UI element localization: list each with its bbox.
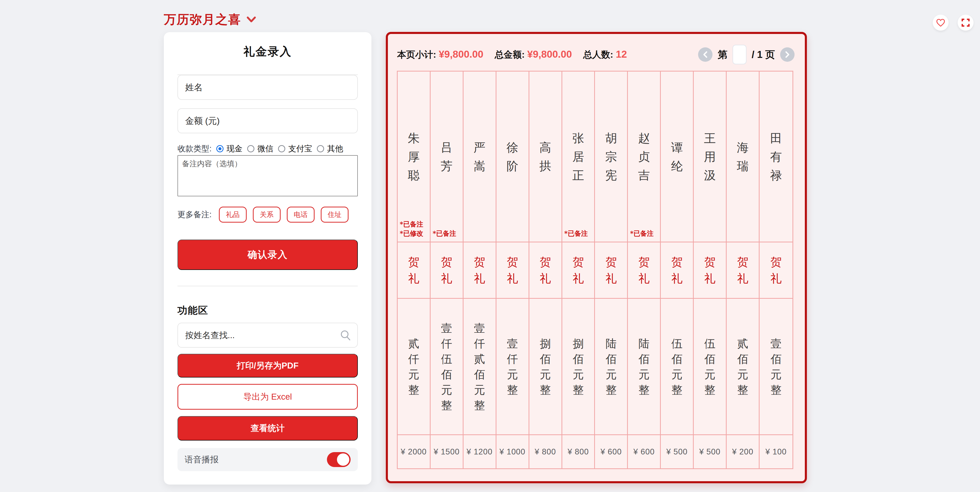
amount-numeric: ¥ 600 xyxy=(633,447,655,457)
gift-word: 贺 礼 xyxy=(704,254,716,287)
amount-capital: 捌 佰 元 整 xyxy=(573,336,584,398)
search-icon xyxy=(340,330,351,341)
gift-word: 贺 礼 xyxy=(474,254,485,287)
amount-numeric-cell: ¥ 1000 xyxy=(496,435,528,468)
favorite-button[interactable] xyxy=(933,15,949,30)
guest-name: 徐 阶 xyxy=(506,138,518,175)
page-subtotal-value: ¥9,800.00 xyxy=(439,49,484,60)
radio-cash[interactable]: 现金 xyxy=(216,143,243,154)
gift-word-cell: 贺 礼 xyxy=(727,242,759,299)
amount-capital-cell: 捌 佰 元 整 xyxy=(529,299,562,435)
amount-input[interactable] xyxy=(178,108,358,133)
ledger-panel: 本页小计: ¥9,800.00 总金额: ¥9,800.00 总人数: 12 第 xyxy=(386,32,807,483)
guest-name-cell[interactable]: 徐 阶 xyxy=(496,72,528,242)
ledger-column: 赵 贞 吉 *已备注 贺 礼 陆 佰 元 整 ¥ 600 xyxy=(628,72,661,468)
page-subtotal-stat: 本页小计: ¥9,800.00 xyxy=(397,49,483,61)
amount-numeric: ¥ 1000 xyxy=(500,447,525,457)
gift-word: 贺 礼 xyxy=(638,254,650,287)
confirm-submit-button[interactable]: 确认录入 xyxy=(178,240,358,270)
page-number-input[interactable] xyxy=(733,45,746,64)
name-input[interactable] xyxy=(178,75,358,100)
entry-tags: *已备注 *已修改 xyxy=(400,220,423,238)
search-input[interactable] xyxy=(178,323,358,348)
guest-name-cell[interactable]: 吕 芳 *已备注 xyxy=(431,72,463,242)
gift-word-cell: 贺 礼 xyxy=(496,242,528,299)
ledger-column: 高 拱 贺 礼 捌 佰 元 整 ¥ 800 xyxy=(529,72,562,468)
guest-count-value: 12 xyxy=(616,49,627,60)
gift-word: 贺 礼 xyxy=(507,254,518,287)
view-stats-button[interactable]: 查看统计 xyxy=(178,416,358,441)
export-excel-button[interactable]: 导出为 Excel xyxy=(178,384,358,410)
guest-name: 王 用 汲 xyxy=(704,129,716,185)
gift-word: 贺 礼 xyxy=(539,254,551,287)
guest-name-cell[interactable]: 王 用 汲 xyxy=(694,72,726,242)
gift-word-cell: 贺 礼 xyxy=(398,242,430,299)
ledger-header: 本页小计: ¥9,800.00 总金额: ¥9,800.00 总人数: 12 第 xyxy=(397,44,795,65)
radio-alipay[interactable]: 支付宝 xyxy=(278,143,312,154)
voice-broadcast-row: 语音播报 xyxy=(178,448,358,471)
fullscreen-icon xyxy=(961,18,970,27)
amount-numeric: ¥ 500 xyxy=(666,447,687,457)
amount-numeric-cell: ¥ 600 xyxy=(595,435,627,468)
guest-name-cell[interactable]: 赵 贞 吉 *已备注 xyxy=(628,72,660,242)
page-subtotal-label: 本页小计: xyxy=(397,49,436,61)
amount-capital: 壹 佰 元 整 xyxy=(771,336,782,398)
search-box xyxy=(178,323,358,348)
gift-word-cell: 贺 礼 xyxy=(431,242,463,299)
guest-name-cell[interactable]: 高 拱 xyxy=(529,72,562,242)
amount-numeric: ¥ 1500 xyxy=(434,447,460,457)
amount-capital: 贰 佰 元 整 xyxy=(737,336,748,398)
amount-capital-cell: 陆 佰 元 整 xyxy=(595,299,627,435)
guest-name: 海 瑞 xyxy=(737,138,749,175)
ledger-table: 朱 厚 聪 *已备注 *已修改 贺 礼 贰 仟 元 整 ¥ 2000 吕 芳 *… xyxy=(397,71,793,469)
guest-name-cell[interactable]: 田 有 禄 xyxy=(760,72,792,242)
tools-section-title: 功能区 xyxy=(178,304,208,317)
divider xyxy=(178,286,358,287)
guest-name: 赵 贞 吉 xyxy=(638,129,650,185)
gift-word-cell: 贺 礼 xyxy=(529,242,562,299)
radio-wechat-label: 微信 xyxy=(258,143,274,154)
guest-name-cell[interactable]: 张 居 正 *已备注 xyxy=(562,72,595,242)
fullscreen-button[interactable] xyxy=(958,15,974,30)
page-prefix: 第 xyxy=(718,48,727,61)
guest-name-cell[interactable]: 朱 厚 聪 *已备注 *已修改 xyxy=(398,72,430,242)
event-title-dropdown[interactable]: 万历弥月之喜 xyxy=(164,11,256,28)
next-page-button[interactable] xyxy=(780,47,795,62)
chip-phone[interactable]: 电话 xyxy=(287,207,315,223)
amount-capital-cell: 捌 佰 元 整 xyxy=(562,299,595,435)
total-amount-stat: 总金额: ¥9,800.00 xyxy=(495,49,572,61)
voice-toggle[interactable] xyxy=(327,452,351,467)
prev-page-button[interactable] xyxy=(698,47,713,62)
gift-word-cell: 贺 礼 xyxy=(463,242,496,299)
gift-word-cell: 贺 礼 xyxy=(595,242,627,299)
guest-name-cell[interactable]: 海 瑞 xyxy=(727,72,759,242)
chip-relation[interactable]: 关系 xyxy=(253,207,281,223)
amount-capital-cell: 壹 仟 伍 佰 元 整 xyxy=(431,299,463,435)
entry-tags: *已备注 xyxy=(564,229,588,238)
chip-gift[interactable]: 礼品 xyxy=(219,207,247,223)
amount-numeric-cell: ¥ 100 xyxy=(760,435,792,468)
radio-wechat[interactable]: 微信 xyxy=(247,143,274,154)
guest-name: 严 嵩 xyxy=(474,138,485,175)
amount-numeric: ¥ 800 xyxy=(535,447,556,457)
chip-address[interactable]: 住址 xyxy=(321,207,348,223)
print-pdf-button[interactable]: 打印/另存为PDF xyxy=(178,354,358,377)
amount-capital: 壹 仟 贰 佰 元 整 xyxy=(474,320,485,413)
amount-capital-cell: 伍 佰 元 整 xyxy=(694,299,726,435)
chevron-down-icon xyxy=(247,16,256,23)
amount-numeric-cell: ¥ 1200 xyxy=(463,435,496,468)
radio-other[interactable]: 其他 xyxy=(317,143,343,154)
guest-name: 朱 厚 聪 xyxy=(408,129,420,185)
voice-broadcast-label: 语音播报 xyxy=(185,454,219,465)
guest-name-cell[interactable]: 胡 宗 宪 xyxy=(595,72,627,242)
note-textarea[interactable] xyxy=(178,155,358,196)
entry-tags: *已备注 xyxy=(433,229,456,238)
amount-capital: 陆 佰 元 整 xyxy=(638,336,649,398)
guest-name-cell[interactable]: 严 嵩 xyxy=(463,72,496,242)
payment-type-label: 收款类型: xyxy=(178,143,212,154)
guest-name: 田 有 禄 xyxy=(770,129,782,185)
amount-numeric-cell: ¥ 800 xyxy=(562,435,595,468)
entry-tags: *已备注 xyxy=(630,229,654,238)
guest-name-cell[interactable]: 谭 纶 xyxy=(661,72,693,242)
pagination: 第 / 1 页 xyxy=(698,44,795,65)
